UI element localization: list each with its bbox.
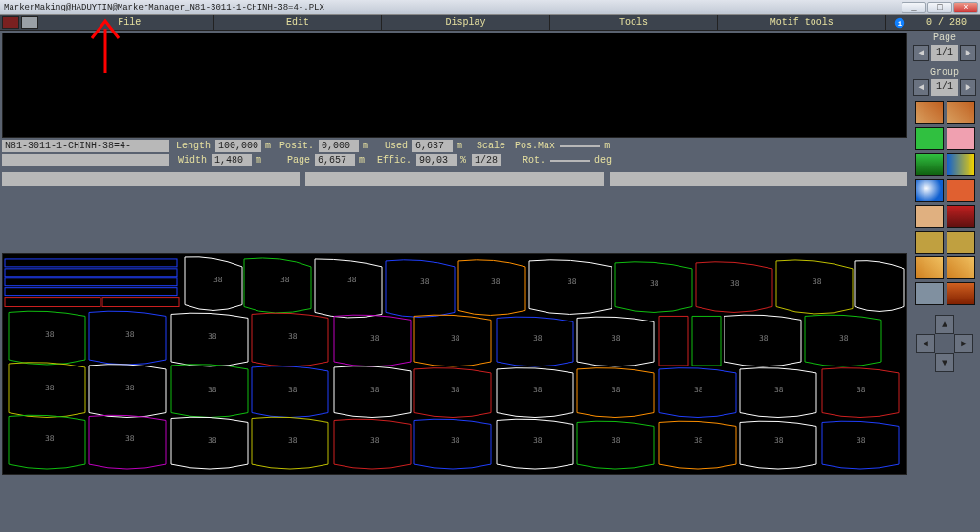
status-bar-1[interactable] xyxy=(2,172,300,186)
group-indicator: 1/1 xyxy=(931,79,958,96)
svg-text:38: 38 xyxy=(288,436,298,445)
menubar-icons xyxy=(0,15,46,30)
svg-text:38: 38 xyxy=(208,436,217,445)
tool-hand-icon[interactable] xyxy=(947,127,975,150)
svg-text:38: 38 xyxy=(759,334,768,343)
scale-label: Scale xyxy=(472,140,508,152)
pan-down-button[interactable]: ▼ xyxy=(935,353,954,372)
tool-zoomarea[interactable] xyxy=(915,153,944,176)
marker-viewport[interactable]: 383838 383838 383838 383838 383838 38383… xyxy=(2,253,907,475)
direction-pad: ▲ ◄► ▼ xyxy=(911,315,978,372)
svg-text:38: 38 xyxy=(45,330,55,339)
svg-text:38: 38 xyxy=(213,276,223,284)
app-icon-2[interactable] xyxy=(21,16,38,29)
rot-value[interactable] xyxy=(550,160,590,162)
page-next-button[interactable]: ► xyxy=(960,45,976,61)
page-value[interactable]: 6,657 xyxy=(315,154,355,166)
tool-misc-4[interactable] xyxy=(947,256,975,279)
svg-text:38: 38 xyxy=(491,277,501,286)
tool-zoom-icon[interactable] xyxy=(915,179,944,202)
group-next-button[interactable]: ► xyxy=(960,79,976,96)
app-icon-1[interactable] xyxy=(2,16,19,29)
width-value[interactable]: 1,480 xyxy=(212,154,252,166)
tool-rotate[interactable] xyxy=(947,179,975,202)
posit-value[interactable]: 0,000 xyxy=(319,140,359,152)
tool-nest-1[interactable] xyxy=(915,101,944,124)
svg-text:38: 38 xyxy=(813,277,822,286)
menu-motif-tools[interactable]: Motif tools xyxy=(718,15,886,30)
width-unit: m xyxy=(254,155,263,166)
svg-text:38: 38 xyxy=(208,332,217,341)
minimize-button[interactable]: _ xyxy=(902,2,926,13)
svg-text:38: 38 xyxy=(45,434,55,443)
svg-text:38: 38 xyxy=(370,436,380,445)
group-section-label: Group xyxy=(911,67,978,78)
preview-viewport[interactable] xyxy=(2,33,907,138)
svg-text:38: 38 xyxy=(370,334,380,343)
content-area: N81-3011-1-CHINH-38=4- Length 100,000 m … xyxy=(0,31,909,530)
window-title: MarkerMaking@HADUYTIN@MarkerManager_N81-… xyxy=(4,3,324,12)
side-panel: Page ◄ 1/1 ► Group ◄ 1/1 ► ▲ ◄► xyxy=(911,31,978,530)
svg-text:38: 38 xyxy=(420,277,430,286)
tool-misc-6[interactable] xyxy=(947,282,975,305)
tool-nest-2[interactable] xyxy=(947,101,975,124)
svg-text:38: 38 xyxy=(125,434,135,443)
svg-text:38: 38 xyxy=(857,436,866,445)
pan-up-button[interactable]: ▲ xyxy=(935,315,954,334)
svg-text:38: 38 xyxy=(650,279,659,288)
svg-text:38: 38 xyxy=(347,276,357,284)
svg-text:38: 38 xyxy=(612,436,621,445)
status-bar-2[interactable] xyxy=(305,172,603,186)
close-button[interactable]: × xyxy=(953,2,978,13)
window-controls: _ □ × xyxy=(902,2,978,13)
effic-label: Effic. xyxy=(374,154,414,166)
length-label: Length xyxy=(173,140,213,152)
tool-grid-2[interactable] xyxy=(947,205,975,228)
svg-text:38: 38 xyxy=(533,334,543,343)
tool-misc-2[interactable] xyxy=(947,231,975,254)
marker-name-sub[interactable] xyxy=(2,154,169,166)
pan-right-button[interactable]: ► xyxy=(954,334,973,353)
tool-misc-1[interactable] xyxy=(915,231,944,254)
pan-left-button[interactable]: ◄ xyxy=(916,334,935,353)
menu-tools[interactable]: Tools xyxy=(550,15,719,30)
used-value[interactable]: 6,637 xyxy=(412,140,453,152)
svg-text:38: 38 xyxy=(288,386,298,394)
tool-misc-5[interactable] xyxy=(915,282,944,305)
marker-name-field[interactable]: N81-3011-1-CHINH-38=4- xyxy=(2,140,169,152)
svg-text:38: 38 xyxy=(612,334,621,343)
menu-display[interactable]: Display xyxy=(382,15,550,30)
svg-text:38: 38 xyxy=(694,386,703,394)
window-titlebar: MarkerMaking@HADUYTIN@MarkerManager_N81-… xyxy=(0,0,980,15)
tool-palette xyxy=(911,101,978,305)
status-bar-3[interactable] xyxy=(610,172,907,186)
tool-flag[interactable] xyxy=(947,153,975,176)
svg-text:38: 38 xyxy=(730,279,740,288)
group-prev-button[interactable]: ◄ xyxy=(913,79,929,96)
svg-text:i: i xyxy=(898,20,902,28)
svg-text:38: 38 xyxy=(208,386,217,394)
svg-text:38: 38 xyxy=(370,386,380,394)
posmax-value[interactable] xyxy=(560,145,600,147)
effic-value[interactable]: 90,03 xyxy=(416,154,457,166)
scale-value[interactable]: 1/28 xyxy=(472,154,501,166)
length-unit: m xyxy=(263,141,273,151)
page-indicator: 1/1 xyxy=(931,45,958,61)
length-value[interactable]: 100,000 xyxy=(215,140,261,152)
svg-text:38: 38 xyxy=(694,436,703,445)
svg-text:38: 38 xyxy=(288,332,298,341)
tool-misc-3[interactable] xyxy=(915,256,944,279)
svg-text:38: 38 xyxy=(533,436,543,445)
rot-unit: deg xyxy=(592,155,613,166)
tool-grid-1[interactable] xyxy=(915,205,944,228)
tool-move[interactable] xyxy=(915,127,944,150)
svg-text:38: 38 xyxy=(612,386,621,394)
svg-text:38: 38 xyxy=(451,436,460,445)
maximize-button[interactable]: □ xyxy=(927,2,952,13)
menu-file[interactable]: File xyxy=(46,15,214,30)
menu-edit[interactable]: Edit xyxy=(214,15,383,30)
page-prev-button[interactable]: ◄ xyxy=(913,45,929,61)
svg-text:38: 38 xyxy=(533,386,543,394)
effic-unit: % xyxy=(458,155,468,166)
info-icon[interactable]: i xyxy=(886,15,913,30)
